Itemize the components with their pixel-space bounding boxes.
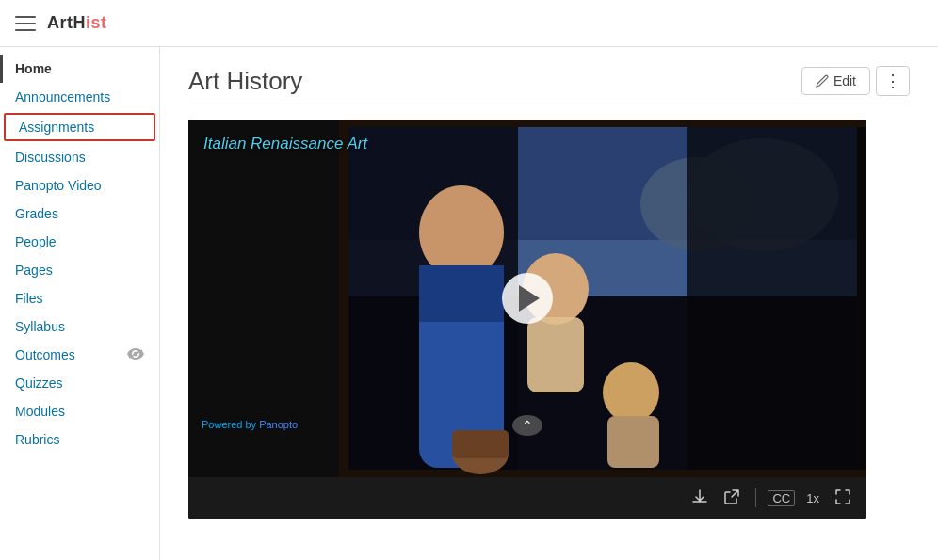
play-icon	[519, 285, 540, 312]
panopto-brand: Panopto	[259, 419, 298, 430]
chevron-up-button[interactable]: ⌃	[512, 415, 542, 436]
header-actions: Edit ⋮	[801, 66, 910, 96]
sidebar-item-discussions[interactable]: Discussions	[0, 143, 159, 171]
modules-link[interactable]: Modules	[15, 404, 65, 419]
sidebar-item-announcements[interactable]: Announcements	[0, 83, 159, 111]
app-header: ArtHist	[0, 0, 938, 47]
outcomes-visibility-icon	[127, 347, 144, 362]
sidebar-item-grades[interactable]: Grades	[0, 200, 159, 228]
fullscreen-icon	[834, 488, 851, 505]
controls-divider	[755, 488, 756, 507]
sidebar-item-quizzes[interactable]: Quizzes	[0, 369, 159, 397]
sidebar-item-syllabus[interactable]: Syllabus	[0, 312, 159, 341]
play-button[interactable]	[502, 273, 553, 324]
main-layout: Home Announcements Assignments Discussio…	[0, 47, 938, 560]
chevron-up-icon: ⌃	[522, 418, 533, 433]
sidebar-item-outcomes[interactable]: Outcomes	[0, 341, 159, 369]
page-title: Art History	[188, 67, 302, 96]
more-options-button[interactable]: ⋮	[876, 66, 910, 96]
svg-rect-15	[687, 127, 866, 470]
sidebar-item-home[interactable]: Home	[0, 55, 159, 83]
speed-icon: 1x	[806, 491, 819, 505]
sidebar-item-assignments[interactable]: Assignments	[4, 113, 155, 141]
svg-rect-10	[419, 265, 504, 322]
sidebar-item-files[interactable]: Files	[0, 284, 159, 312]
sidebar-item-panopto-video[interactable]: Panopto Video	[0, 171, 159, 200]
panopto-video-link[interactable]: Panopto Video	[15, 178, 102, 193]
pages-link[interactable]: Pages	[15, 263, 53, 278]
discussions-link[interactable]: Discussions	[15, 150, 86, 165]
edit-button-label: Edit	[833, 73, 856, 88]
sidebar: Home Announcements Assignments Discussio…	[0, 47, 160, 560]
fullscreen-button[interactable]	[831, 487, 855, 510]
external-link-button[interactable]	[720, 487, 744, 510]
page-header: Art History Edit ⋮	[188, 66, 910, 104]
video-player: Italian Renaissance Art Powered by Panop…	[188, 120, 866, 519]
download-button[interactable]	[687, 487, 712, 510]
sidebar-item-modules[interactable]: Modules	[0, 397, 159, 425]
quizzes-link[interactable]: Quizzes	[15, 376, 63, 391]
grades-link[interactable]: Grades	[15, 206, 58, 221]
files-link[interactable]: Files	[15, 291, 43, 306]
assignments-link[interactable]: Assignments	[19, 120, 94, 135]
pencil-icon	[816, 74, 829, 88]
external-link-icon	[723, 488, 740, 505]
edit-button[interactable]: Edit	[801, 67, 870, 95]
controls-right: CC 1x	[687, 487, 855, 510]
sidebar-item-rubrics[interactable]: Rubrics	[0, 425, 159, 454]
syllabus-link[interactable]: Syllabus	[15, 319, 65, 334]
sidebar-item-pages[interactable]: Pages	[0, 256, 159, 284]
rubrics-link[interactable]: Rubrics	[15, 432, 59, 447]
video-artwork: Italian Renaissance Art Powered by Panop…	[188, 120, 866, 477]
svg-rect-12	[527, 317, 584, 392]
announcements-link[interactable]: Announcements	[15, 89, 110, 104]
video-controls-bar: CC 1x	[188, 477, 866, 519]
svg-point-13	[603, 362, 659, 423]
svg-rect-17	[452, 430, 509, 458]
video-title-overlay: Italian Renaissance Art	[203, 135, 367, 153]
svg-rect-14	[607, 416, 659, 468]
app-title: ArtHist	[47, 13, 107, 33]
sidebar-home-label: Home	[15, 61, 52, 76]
powered-by-text: Powered by	[202, 419, 259, 430]
people-link[interactable]: People	[15, 234, 57, 249]
outcomes-link[interactable]: Outcomes	[15, 347, 75, 362]
captions-button[interactable]: CC	[768, 490, 795, 506]
powered-by-label: Powered by Panopto	[202, 419, 298, 430]
painting-svg	[339, 120, 866, 477]
captions-icon: CC	[772, 491, 790, 505]
sidebar-item-people[interactable]: People	[0, 228, 159, 256]
more-icon: ⋮	[884, 72, 901, 90]
main-content: Art History Edit ⋮	[160, 47, 938, 560]
download-icon	[691, 488, 708, 505]
hamburger-menu-button[interactable]	[15, 16, 36, 31]
speed-button[interactable]: 1x	[802, 490, 823, 506]
